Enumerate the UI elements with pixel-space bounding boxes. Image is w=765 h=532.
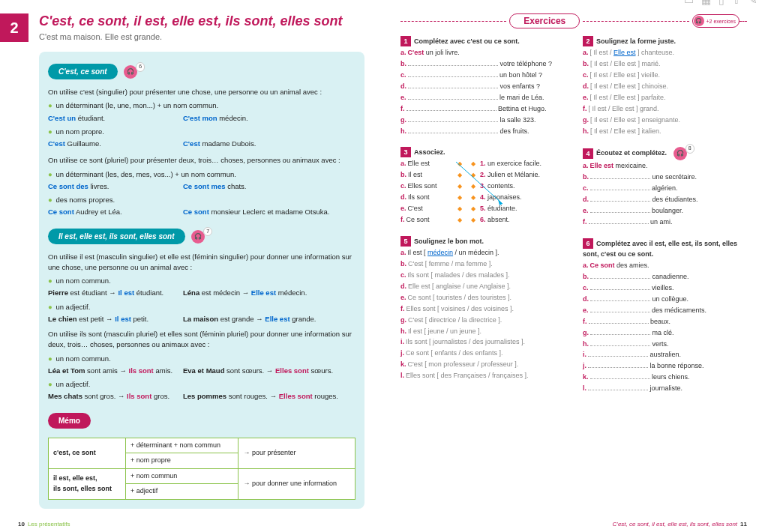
audio-icon[interactable]: 🎧7 [191, 230, 205, 244]
assoc-row: f.Ce sont◆◆6. absent. [400, 215, 565, 226]
exercise-6: 6Complétez avec il est, elle est, ils so… [583, 238, 747, 394]
page-right: ▭ ▦ ▯ ⇧ ✎ Exercices 🎧 +2 exercices 1Comp… [382, 0, 765, 532]
rule-text: On utilise c'est (singulier) pour présen… [48, 87, 356, 97]
annotate-icon[interactable]: ✎ [748, 0, 758, 6]
share-icon[interactable]: ⇧ [732, 0, 741, 6]
audio-icon[interactable]: 🎧6 [124, 65, 137, 79]
memo-pill: Mémo [48, 413, 91, 429]
exercise-3: 3Associez. a.Elle est◆◆1. un exercice fa… [400, 147, 565, 226]
section1-pill: C'est, ce sont [48, 64, 118, 79]
unit-number-tab: 2 [0, 13, 28, 42]
exercices-pill: Exercices [509, 13, 580, 28]
extra-exercices-badge[interactable]: 🎧 +2 exercices [692, 14, 740, 28]
memo-table: c'est, ce sont + déterminant + nom commu… [48, 438, 356, 500]
page-left: 2 C'est, ce sont, il est, elle est, ils … [0, 0, 382, 532]
exercise-2: 2Soulignez la forme juste. a.[ Il est / … [583, 36, 747, 136]
exercise-4: 4Écoutez et complétez. 🎧8 a.Elle est mex… [583, 147, 747, 228]
layers-icon[interactable]: ▯ [718, 0, 724, 6]
audio-icon[interactable]: 🎧8 [674, 147, 687, 160]
assoc-row: e.C'est◆◆5. étudiante. [400, 204, 565, 214]
audio-track-num: 7 [203, 227, 212, 237]
book-icon[interactable]: ▭ [684, 0, 694, 6]
headset-icon: 🎧 [694, 16, 704, 26]
grid-icon[interactable]: ▦ [701, 0, 711, 6]
assoc-row: c.Elles sont◆◆3. contents. [400, 181, 565, 192]
audio-track-num: 6 [136, 62, 145, 72]
footer-left: 10Les présentatifs [18, 521, 70, 528]
section2-pill: Il est, elle est, ils sont, elles sont [48, 229, 185, 244]
lesson-box: C'est, ce sont 🎧6 On utilise c'est (sing… [39, 52, 364, 509]
lesson-title: C'est, ce sont, il est, elle est, ils so… [39, 13, 364, 29]
assoc-row: b.Il est◆◆2. Julien et Mélanie. [400, 170, 565, 181]
exercise-5: 5Soulignez le bon mot. a.Il est [ médeci… [400, 236, 565, 381]
exercise-1: 1Complétez avec c'est ou ce sont. a.C'es… [400, 36, 565, 136]
assoc-row: a.Elle est◆◆1. un exercice facile. [400, 159, 565, 169]
exercices-header: Exercices 🎧 +2 exercices [400, 13, 747, 28]
lesson-subtitle: C'est ma maison. Elle est grande. [39, 32, 364, 41]
reader-toolbar: ▭ ▦ ▯ ⇧ ✎ [684, 0, 758, 6]
assoc-row: d.Ils sont◆◆4. japonaises. [400, 193, 565, 203]
footer-right: C'est, ce sont, il est, elle est, ils so… [613, 521, 747, 528]
